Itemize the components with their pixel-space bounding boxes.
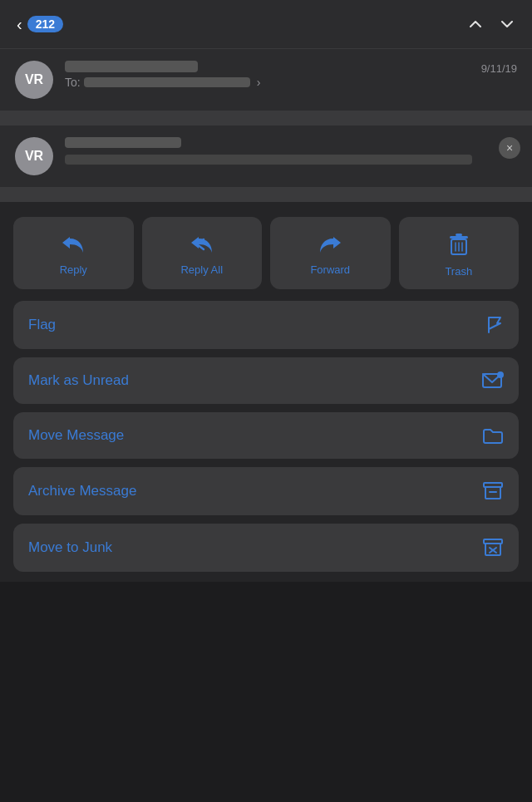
sender-name	[65, 61, 198, 72]
action-list: Flag Mark as Unread Move Message	[13, 301, 519, 572]
back-button[interactable]: ‹ 212	[17, 15, 63, 34]
reply-label: Reply	[60, 263, 87, 276]
reply-all-button[interactable]: Reply All	[142, 217, 263, 289]
svg-rect-1	[456, 234, 462, 236]
archive-message-icon	[482, 481, 504, 501]
reply-icon	[60, 232, 86, 255]
preview-body	[65, 155, 472, 165]
move-to-junk-icon	[482, 538, 504, 558]
top-nav: ‹ 212	[0, 0, 532, 48]
reply-button[interactable]: Reply	[13, 217, 134, 289]
move-to-junk-button[interactable]: Move to Junk	[13, 524, 519, 572]
close-icon: ×	[506, 141, 513, 155]
svg-rect-0	[450, 236, 468, 239]
email-preview-content	[65, 137, 517, 165]
trash-icon	[447, 232, 470, 257]
back-chevron-icon: ‹	[17, 15, 22, 34]
recipient-address	[84, 77, 250, 87]
action-panel: Reply Reply All Forward	[0, 202, 532, 582]
flag-label: Flag	[28, 317, 56, 333]
email-to-line: To: ›	[65, 76, 470, 89]
unread-count-badge: 212	[27, 16, 63, 32]
to-label: To:	[65, 76, 81, 89]
nav-arrows	[467, 16, 515, 32]
forward-icon	[317, 232, 343, 255]
move-message-label: Move Message	[28, 427, 124, 444]
trash-label: Trash	[445, 265, 472, 278]
move-message-button[interactable]: Move Message	[13, 412, 519, 459]
nav-up-button[interactable]	[467, 16, 484, 32]
forward-button[interactable]: Forward	[270, 217, 391, 289]
email-preview-card: VR ×	[0, 125, 532, 187]
section-divider-2	[0, 187, 532, 202]
preview-avatar: VR	[15, 137, 53, 175]
nav-down-button[interactable]	[499, 16, 515, 32]
archive-message-label: Archive Message	[28, 483, 136, 499]
action-grid: Reply Reply All Forward	[13, 217, 519, 289]
reply-all-icon	[187, 232, 217, 255]
move-to-junk-label: Move to Junk	[28, 539, 112, 556]
preview-title	[65, 137, 181, 148]
reply-all-label: Reply All	[180, 263, 223, 276]
mark-unread-button[interactable]: Mark as Unread	[13, 357, 519, 404]
close-preview-button[interactable]: ×	[499, 137, 520, 159]
archive-message-button[interactable]: Archive Message	[13, 467, 519, 515]
email-header: VR To: › 9/11/19	[0, 48, 532, 111]
to-chevron-icon: ›	[257, 76, 261, 89]
mark-unread-label: Mark as Unread	[28, 372, 129, 389]
email-date: 9/11/19	[481, 62, 517, 75]
flag-button[interactable]: Flag	[13, 301, 519, 349]
email-meta: To: ›	[65, 61, 470, 89]
flag-icon	[485, 315, 504, 335]
section-divider	[0, 111, 532, 125]
forward-label: Forward	[310, 263, 350, 276]
mark-unread-icon	[482, 371, 504, 390]
svg-point-7	[497, 371, 504, 378]
sender-avatar: VR	[15, 61, 53, 99]
trash-button[interactable]: Trash	[399, 217, 520, 289]
move-message-icon	[482, 426, 504, 445]
